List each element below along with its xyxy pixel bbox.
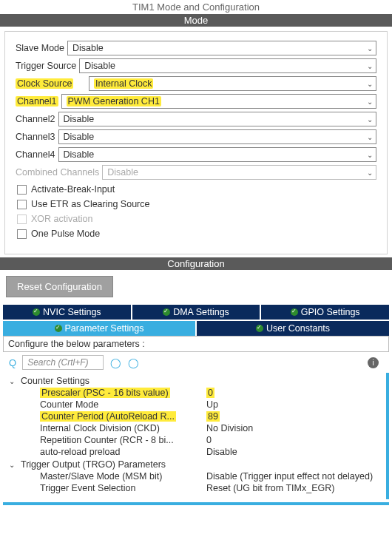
vertical-scrollbar[interactable] <box>386 373 389 499</box>
tab-gpio-settings[interactable]: GPIO Settings <box>261 305 389 320</box>
checkbox-icon <box>17 185 27 195</box>
slave-mode-select[interactable]: Disable ⌄ <box>67 41 376 55</box>
channel2-value: Disable <box>64 114 95 124</box>
param-internal-clock-division[interactable]: Internal Clock Division (CKD) No Divisio… <box>9 422 383 434</box>
counter-settings-group[interactable]: ⌄ Counter Settings <box>9 375 383 387</box>
xor-label: XOR activation <box>31 214 92 224</box>
trigger-source-value: Disable <box>84 61 115 71</box>
channel3-select[interactable]: Disable ⌄ <box>58 129 376 144</box>
channel3-label: Channel3 <box>16 132 55 142</box>
configuration-panel: Reset Configuration NVIC Settings DMA Se… <box>0 270 392 502</box>
one-pulse-label: One Pulse Mode <box>31 229 100 239</box>
trigger-source-label: Trigger Source <box>16 61 76 71</box>
use-etr-row[interactable]: Use ETR as Clearing Source <box>16 199 376 209</box>
checkbox-icon <box>17 214 27 224</box>
counter-settings-title: Counter Settings <box>21 376 89 386</box>
param-prescaler[interactable]: Prescaler (PSC - 16 bits value) 0 <box>9 387 383 399</box>
combined-channels-select: Disable ⌄ <box>102 165 376 180</box>
chevron-down-icon: ⌄ <box>367 151 373 159</box>
info-icon[interactable]: i <box>368 357 379 368</box>
reset-configuration-button[interactable]: Reset Configuration <box>6 276 113 297</box>
chevron-down-icon: ⌄ <box>367 133 373 141</box>
checkbox-icon <box>17 229 27 239</box>
param-master-slave-mode[interactable]: Master/Slave Mode (MSM bit) Disable (Tri… <box>9 470 383 482</box>
check-circle-icon <box>33 308 40 316</box>
chevron-down-icon: ⌄ <box>367 98 373 106</box>
combined-channels-label: Combined Channels <box>16 167 99 178</box>
checkbox-icon <box>17 200 27 209</box>
chevron-down-icon: ⌄ <box>367 169 373 177</box>
search-input[interactable]: Search (Crtl+F) <box>22 355 104 370</box>
tab-user-constants[interactable]: User Constants <box>197 321 389 336</box>
prev-match-icon[interactable]: ◯ <box>109 357 121 368</box>
channel3-value: Disable <box>64 132 95 142</box>
clock-source-select[interactable]: Internal Clock ⌄ <box>89 76 376 91</box>
configuration-section-header: Configuration <box>0 257 392 270</box>
activate-break-input-label: Activate-Break-Input <box>31 184 115 195</box>
xor-row: XOR activation <box>16 214 376 224</box>
tab-dma-label: DMA Settings <box>173 307 229 317</box>
channel1-value: PWM Generation CH1 <box>67 96 161 107</box>
param-repetition-counter[interactable]: Repetition Counter (RCR - 8 bi... 0 <box>9 434 383 446</box>
clock-source-value: Internal Clock <box>94 78 153 89</box>
chevron-down-icon: ⌄ <box>367 80 373 88</box>
param-counter-period[interactable]: Counter Period (AutoReload R... 89 <box>9 411 383 422</box>
channel4-select[interactable]: Disable ⌄ <box>58 147 376 162</box>
next-match-icon[interactable]: ◯ <box>127 357 139 368</box>
trgo-parameters-title: Trigger Output (TRGO) Parameters <box>21 459 166 470</box>
param-auto-reload-preload[interactable]: auto-reload preload Disable <box>9 446 383 458</box>
channel2-select[interactable]: Disable ⌄ <box>58 112 376 126</box>
channel4-value: Disable <box>64 149 95 160</box>
chevron-down-icon: ⌄ <box>367 44 373 53</box>
tab-parameter-settings[interactable]: Parameter Settings <box>3 321 195 336</box>
tab-nvic-settings[interactable]: NVIC Settings <box>3 305 131 320</box>
trigger-source-select[interactable]: Disable ⌄ <box>79 58 376 73</box>
slave-mode-value: Disable <box>72 43 104 53</box>
check-circle-icon <box>256 325 263 332</box>
tab-user-label: User Constants <box>266 323 330 334</box>
tab-param-label: Parameter Settings <box>65 323 144 334</box>
check-circle-icon <box>55 325 62 332</box>
trgo-parameters-group[interactable]: ⌄ Trigger Output (TRGO) Parameters <box>9 459 383 470</box>
caret-down-icon: ⌄ <box>9 461 18 469</box>
window-title: TIM1 Mode and Configuration <box>0 0 392 14</box>
channel1-select[interactable]: PWM Generation CH1 ⌄ <box>61 94 376 109</box>
chevron-down-icon: ⌄ <box>367 62 373 70</box>
tab-dma-settings[interactable]: DMA Settings <box>132 305 260 320</box>
tab-nvic-label: NVIC Settings <box>43 307 101 317</box>
chevron-down-icon: ⌄ <box>367 115 373 124</box>
mode-section-header: Mode <box>0 14 392 27</box>
param-trigger-event-selection[interactable]: Trigger Event Selection Reset (UG bit fr… <box>9 482 383 494</box>
check-circle-icon <box>291 308 298 316</box>
caret-down-icon: ⌄ <box>9 377 18 385</box>
activate-break-input-row[interactable]: Activate-Break-Input <box>16 184 376 195</box>
combined-channels-value: Disable <box>107 167 138 178</box>
tab-gpio-label: GPIO Settings <box>301 307 360 317</box>
mode-panel: Slave Mode Disable ⌄ Trigger Source Disa… <box>4 31 388 254</box>
one-pulse-row[interactable]: One Pulse Mode <box>16 229 376 239</box>
channel2-label: Channel2 <box>16 114 55 124</box>
configure-parameters-heading: Configure the below parameters : <box>3 336 389 352</box>
param-counter-mode[interactable]: Counter Mode Up <box>9 399 383 411</box>
use-etr-label: Use ETR as Clearing Source <box>31 199 149 209</box>
channel1-label: Channel1 <box>16 96 58 107</box>
clock-source-label: Clock Source <box>16 78 86 89</box>
slave-mode-label: Slave Mode <box>16 43 64 53</box>
horizontal-scrollbar[interactable] <box>3 502 389 505</box>
search-icon[interactable]: Q <box>9 357 16 368</box>
parameter-tree: ⌄ Counter Settings Prescaler (PSC - 16 b… <box>3 373 389 499</box>
check-circle-icon <box>163 308 170 316</box>
channel4-label: Channel4 <box>16 149 55 160</box>
